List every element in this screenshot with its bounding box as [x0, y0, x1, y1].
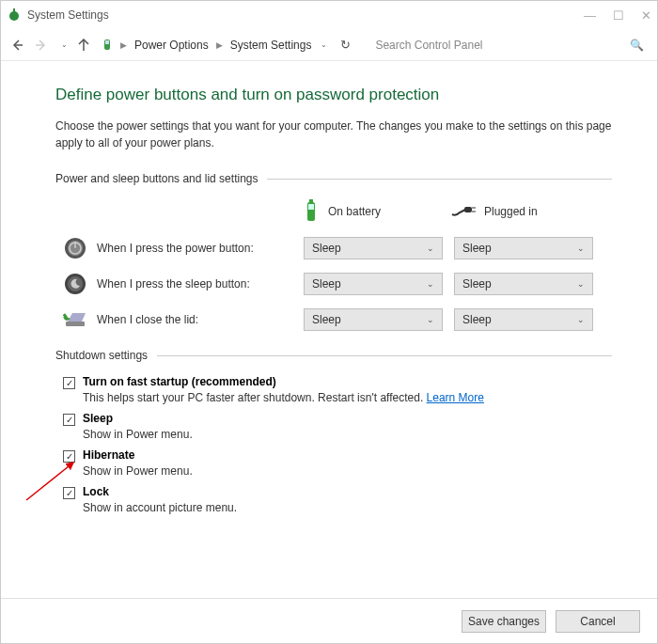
hibernate-checkbox[interactable]: ✓: [63, 450, 75, 463]
sleep-button-icon: [64, 273, 86, 295]
chevron-right-icon[interactable]: ▶: [216, 40, 223, 50]
section-title: Shutdown settings: [55, 349, 148, 362]
fast-startup-label: Turn on fast startup (recommended): [83, 375, 276, 388]
fast-startup-desc: This helps start your PC faster after sh…: [83, 391, 612, 404]
page-description: Choose the power settings that you want …: [55, 118, 612, 151]
svg-rect-7: [464, 207, 472, 212]
maximize-icon[interactable]: ☐: [613, 8, 624, 23]
learn-more-link[interactable]: Learn More: [427, 391, 484, 404]
lid-battery-select[interactable]: Sleep⌄: [304, 308, 443, 331]
chevron-down-icon: ⌄: [427, 279, 434, 289]
row-sleep-button: When I press the sleep button: Sleep⌄ Sl…: [55, 272, 612, 296]
chevron-down-icon: ⌄: [577, 279, 585, 289]
titlebar: System Settings — ☐ ✕: [1, 1, 657, 29]
chevron-down-icon: ⌄: [577, 315, 585, 324]
search-placeholder: Search Control Panel: [375, 39, 482, 52]
crumb-power-options[interactable]: Power Options: [133, 37, 211, 54]
shutdown-section: Shutdown settings ✓ Turn on fast startup…: [55, 349, 612, 514]
search-input[interactable]: Search Control Panel 🔍: [369, 39, 650, 52]
power-button-icon: [64, 237, 86, 259]
cancel-button[interactable]: Cancel: [556, 610, 640, 633]
navbar: ⌄ ▶ Power Options ▶ System Settings ⌄ ↻ …: [1, 29, 657, 61]
col-on-battery: On battery: [302, 198, 450, 225]
col-plugged-in: Plugged in: [450, 198, 599, 225]
app-icon: [7, 8, 22, 23]
close-icon[interactable]: ✕: [641, 8, 651, 23]
chevron-down-icon: ⌄: [427, 315, 434, 324]
footer: Save changes Cancel: [1, 598, 657, 643]
content-area: Define power buttons and turn on passwor…: [1, 61, 657, 598]
power-sleep-section: Power and sleep buttons and lid settings…: [55, 172, 612, 332]
crumb-system-settings[interactable]: System Settings: [228, 37, 314, 54]
svg-rect-3: [105, 40, 109, 44]
chevron-right-icon[interactable]: ▶: [120, 40, 127, 50]
address-dropdown-icon[interactable]: ⌄: [321, 40, 327, 49]
lid-icon: [63, 310, 87, 329]
recent-locations-icon[interactable]: ⌄: [61, 40, 68, 49]
search-icon: 🔍: [630, 39, 644, 52]
row-power-button: When I press the power button: Sleep⌄ Sl…: [55, 236, 612, 260]
save-button[interactable]: Save changes: [462, 610, 546, 633]
breadcrumb[interactable]: ▶ Power Options ▶ System Settings: [100, 37, 313, 54]
sleep-desc: Show in Power menu.: [83, 428, 612, 441]
row-lid: When I close the lid: Sleep⌄ Sleep⌄: [55, 307, 612, 332]
chevron-down-icon: ⌄: [577, 243, 585, 253]
page-title: Define power buttons and turn on passwor…: [55, 86, 612, 104]
plug-icon: [450, 205, 477, 218]
sleep-checkbox[interactable]: ✓: [63, 414, 75, 426]
refresh-icon[interactable]: ↻: [340, 38, 351, 52]
sleep-battery-select[interactable]: Sleep⌄: [304, 273, 443, 295]
hibernate-desc: Show in Power menu.: [83, 464, 612, 478]
lock-desc: Show in account picture menu.: [83, 501, 612, 514]
sleep-plugged-select[interactable]: Sleep⌄: [454, 273, 593, 295]
minimize-icon[interactable]: —: [584, 8, 596, 23]
sleep-label: Sleep: [83, 412, 113, 425]
section-title: Power and sleep buttons and lid settings: [55, 172, 258, 185]
lid-plugged-select[interactable]: Sleep⌄: [454, 308, 593, 331]
svg-rect-16: [66, 322, 85, 326]
lock-checkbox[interactable]: ✓: [63, 487, 75, 499]
chevron-down-icon: ⌄: [427, 243, 434, 253]
power-plugged-select[interactable]: Sleep⌄: [454, 237, 593, 259]
svg-rect-1: [13, 8, 15, 14]
svg-rect-5: [309, 199, 313, 202]
fast-startup-checkbox[interactable]: ✓: [63, 377, 75, 389]
power-options-icon: [100, 38, 115, 53]
svg-rect-6: [308, 204, 314, 210]
battery-icon: [302, 198, 321, 225]
power-battery-select[interactable]: Sleep⌄: [304, 237, 443, 259]
lock-label: Lock: [83, 485, 109, 498]
hibernate-label: Hibernate: [83, 448, 134, 462]
up-button[interactable]: [75, 37, 92, 54]
back-button[interactable]: [8, 37, 25, 54]
forward-button[interactable]: [33, 37, 50, 54]
window-title: System Settings: [27, 8, 584, 22]
